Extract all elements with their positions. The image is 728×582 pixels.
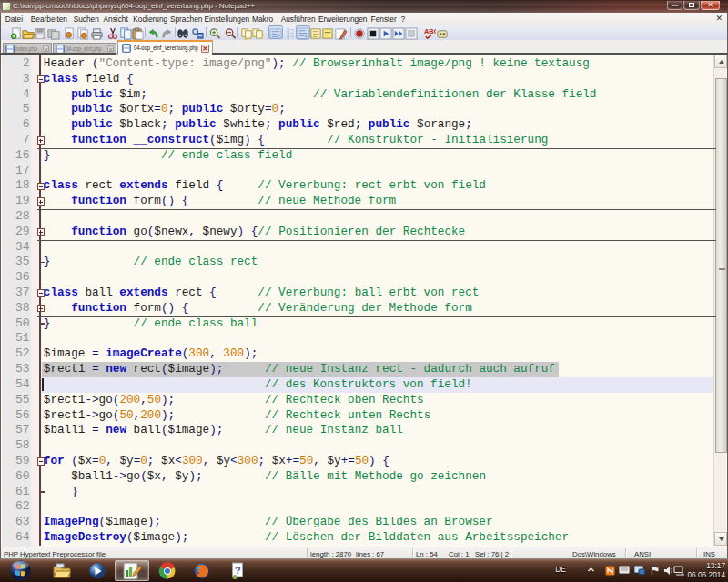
svg-text:?: ?	[235, 565, 241, 576]
